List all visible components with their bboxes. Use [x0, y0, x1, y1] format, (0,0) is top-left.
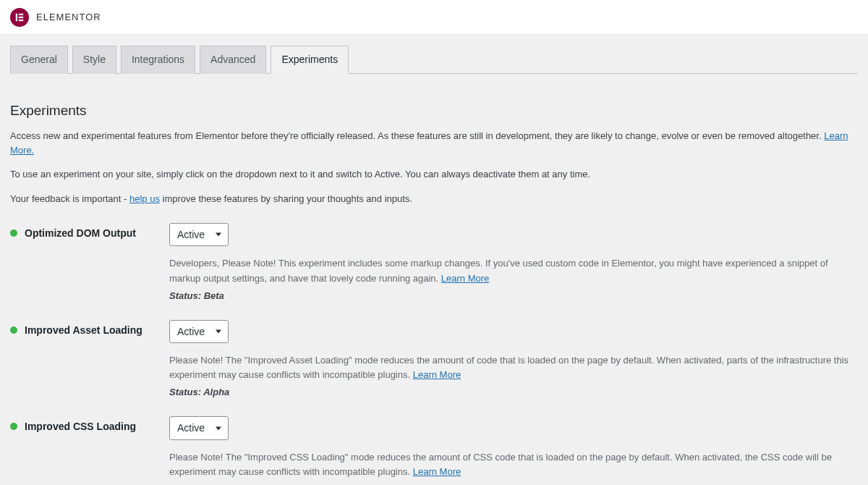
experiment-title: Optimized DOM Output	[25, 227, 136, 239]
experiment-status-select[interactable]: Active	[169, 223, 229, 246]
status-dot-icon	[10, 229, 17, 237]
tab-advanced[interactable]: Advanced	[200, 46, 266, 74]
experiment-status-label: Status: Alpha	[169, 387, 851, 397]
experiment-label-cell: Optimized DOM Output	[10, 216, 169, 313]
tab-general[interactable]: General	[10, 46, 68, 74]
experiment-title: Improved CSS Loading	[25, 421, 136, 432]
elementor-logo-icon	[10, 8, 29, 27]
status-dot-icon	[10, 326, 17, 334]
experiment-status-label: Status: Beta	[169, 290, 851, 301]
experiment-description: Developers, Please Note! This experiment…	[169, 256, 851, 285]
status-dot-icon	[10, 423, 17, 430]
learn-more-link[interactable]: Learn More	[413, 369, 461, 380]
experiment-status-select[interactable]: Active	[169, 320, 229, 343]
experiment-row: Improved Asset LoadingActivePlease Note!…	[10, 313, 858, 410]
experiment-label-cell: Improved Asset Loading	[10, 313, 169, 410]
experiments-table: Optimized DOM OutputActiveDevelopers, Pl…	[10, 216, 858, 485]
experiment-control-cell: ActivePlease Note! The "Improved CSS Loa…	[169, 409, 858, 485]
svg-rect-2	[19, 16, 23, 17]
page-title: Experiments	[10, 103, 858, 119]
experiment-label-cell: Improved CSS Loading	[10, 409, 169, 485]
settings-tabs: GeneralStyleIntegrationsAdvancedExperime…	[10, 45, 858, 74]
intro-text-1: Access new and experimental features fro…	[10, 130, 824, 141]
help-us-link[interactable]: help us	[129, 193, 160, 204]
experiment-row: Improved CSS LoadingActivePlease Note! T…	[10, 409, 858, 485]
experiment-description: Please Note! The "Improved Asset Loading…	[169, 353, 851, 382]
experiment-control-cell: ActiveDevelopers, Please Note! This expe…	[169, 216, 858, 313]
intro-text: Access new and experimental features fro…	[10, 129, 858, 206]
tab-experiments[interactable]: Experiments	[271, 46, 349, 74]
experiment-description-text: Developers, Please Note! This experiment…	[169, 258, 828, 283]
experiment-description: Please Note! The "Improved CSS Loading" …	[169, 450, 851, 479]
top-bar: ELEMENTOR	[0, 0, 868, 35]
intro-text-3b: improve these features by sharing your t…	[160, 193, 412, 204]
svg-rect-0	[16, 13, 17, 21]
brand-name: ELEMENTOR	[36, 12, 101, 22]
learn-more-link[interactable]: Learn More	[413, 466, 461, 477]
content-area: GeneralStyleIntegrationsAdvancedExperime…	[0, 35, 868, 485]
experiment-row: Optimized DOM OutputActiveDevelopers, Pl…	[10, 216, 858, 313]
experiment-control-cell: ActivePlease Note! The "Improved Asset L…	[169, 313, 858, 410]
svg-rect-1	[19, 13, 23, 14]
tab-integrations[interactable]: Integrations	[121, 46, 195, 74]
learn-more-link[interactable]: Learn More	[441, 273, 489, 284]
tab-style[interactable]: Style	[72, 46, 116, 74]
svg-rect-3	[19, 19, 23, 20]
intro-text-2: To use an experiment on your site, simpl…	[10, 167, 858, 182]
experiment-description-text: Please Note! The "Improved CSS Loading" …	[169, 452, 832, 477]
experiment-description-text: Please Note! The "Improved Asset Loading…	[169, 355, 848, 380]
experiment-title: Improved Asset Loading	[25, 324, 142, 336]
intro-text-3a: Your feedback is important -	[10, 193, 129, 204]
experiment-status-select[interactable]: Active	[169, 416, 229, 439]
